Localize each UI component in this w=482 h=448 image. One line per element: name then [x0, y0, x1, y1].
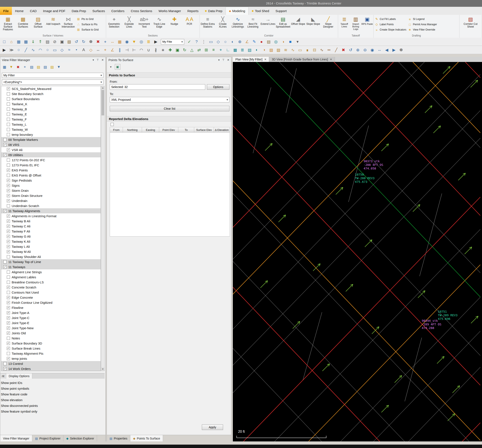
checkbox[interactable] [7, 164, 10, 167]
si-legend-button[interactable]: ≡SI Legend [408, 17, 437, 21]
surface-to-pts-button[interactable]: ∴Surface to Pts [77, 22, 99, 27]
pcr-button[interactable]: A APCR [182, 16, 197, 25]
corridor-icon[interactable]: ═ [326, 47, 332, 53]
tab-view-filter-manager[interactable]: View Filter Manager [0, 435, 32, 442]
point-icon[interactable]: • [73, 47, 80, 53]
tree-group-11-taxiway-alignments[interactable]: ✓11 Taxiway Alignments [1, 208, 101, 213]
layers-gold2-icon[interactable]: ▤ [49, 64, 55, 70]
ortho-icon[interactable]: ∟ [225, 47, 231, 53]
profile-icon[interactable]: ∿ [318, 47, 325, 53]
measure-icon[interactable]: ⌖ [102, 47, 109, 53]
dimension-icon[interactable]: ↔ [95, 47, 101, 53]
copy-icon[interactable]: ▣ [59, 39, 65, 45]
chevron-down-icon[interactable]: ▼ [225, 98, 229, 101]
column-header-to[interactable]: To [178, 127, 194, 133]
active-filter-combo[interactable]: My Filte▼ [161, 39, 184, 45]
tree-item-taxiway-g-ali[interactable]: ✓Taxiway G Ali [1, 234, 101, 239]
tree-item-vsr-ali[interactable]: ✓VSR Ali [1, 147, 101, 152]
extend-lines-button[interactable]: →Extend Lines [260, 16, 275, 25]
tree-item-taxiway-e[interactable]: Taxiway_E [1, 111, 101, 117]
checkbox[interactable]: ✓ [7, 296, 10, 299]
save-all-icon[interactable]: ▩ [23, 39, 29, 45]
break-icon[interactable]: ∦ [153, 47, 159, 53]
tree-group-11-taxiways[interactable]: ✓11 Taxiways [1, 264, 101, 269]
checkbox[interactable] [7, 92, 10, 95]
checkbox[interactable]: ✓ [7, 306, 10, 309]
from-selection-input[interactable] [110, 84, 205, 90]
arc-icon[interactable]: ◠ [37, 47, 44, 53]
scale-icon[interactable]: △ [188, 47, 195, 53]
display-option-show-disconnected-points[interactable]: Show disconnected points [0, 403, 105, 409]
tree-item-taxiway-l[interactable]: Taxiway_L [1, 122, 101, 127]
nudge-button[interactable]: ✚Nudge [167, 16, 182, 25]
select-mode-icon[interactable]: ▶ [153, 39, 159, 45]
tab-points-to-surface[interactable]: ◆Points To Surface [130, 435, 163, 442]
tree-group-08-vrs[interactable]: ✓08 VRS [1, 142, 101, 147]
checkbox[interactable] [7, 291, 10, 294]
tree-item-contours-not-used[interactable]: Contours Not Used [1, 290, 101, 295]
explode-icon[interactable]: ∗ [160, 47, 166, 53]
offset-slope-button[interactable]: ◢Offset Slope [290, 16, 306, 25]
slope-designer-button[interactable]: ╱Slope Designer [321, 16, 336, 28]
ribbon-tab-works-manager[interactable]: Works Manager [155, 7, 184, 15]
polyline-icon[interactable]: ∿ [30, 47, 37, 53]
checkbox[interactable]: ✓ [7, 225, 10, 228]
combine-surfaces-button[interactable]: ▩Combine Surfaces [16, 16, 31, 28]
create-xlines-button[interactable]: ╳Create XLines [215, 16, 230, 28]
slope-slope-button[interactable]: ◣Slope Slope [306, 16, 321, 25]
offset-icon[interactable]: ∥ [116, 47, 123, 53]
ribbon-tab-data-prep[interactable]: Data Prep [69, 7, 89, 15]
checkbox[interactable]: ✓ [7, 301, 10, 304]
tree-item-finish-contour-line-digitized[interactable]: ✓Finish Contour Line Digitized [1, 300, 101, 305]
checkbox[interactable]: ✓ [7, 240, 10, 243]
tab-selection-explorer[interactable]: ◆Selection Explorer [64, 435, 97, 442]
tree-group-13-control[interactable]: 13 Control [1, 361, 101, 366]
corridor-cut-sheet-button[interactable]: ▧Corridor Cut Sheet [460, 16, 481, 28]
layers-gold-icon[interactable]: ▤ [35, 64, 41, 70]
checkbox[interactable] [7, 123, 10, 126]
checkbox[interactable]: ✓ [7, 179, 10, 182]
checkbox[interactable] [7, 275, 10, 279]
tree-item-joint-type-new[interactable]: ✓Joint Type-New [1, 325, 101, 330]
checkbox[interactable] [7, 270, 10, 274]
tree-item-edge-concrete[interactable]: ✓Edge Concrete [1, 295, 101, 300]
tree-item-joint-type-e[interactable]: ✓Joint Type-E [1, 320, 101, 325]
layer-manager-icon[interactable]: ≣ [145, 39, 152, 45]
checkbox[interactable]: ✓ [7, 347, 10, 350]
tree-item-surface-boundary-3d[interactable]: ✓Surface Boundary 3D [1, 341, 101, 346]
checkbox[interactable]: ✓ [7, 214, 10, 218]
tree-item-surface-break-lines[interactable]: ✓Surface Break Lines [1, 346, 101, 351]
checkbox[interactable]: ✓ [7, 148, 10, 151]
column-header-surface-elev[interactable]: Surface Elev [194, 127, 214, 133]
tree-item-joints-old[interactable]: ✓Joints Old [1, 330, 101, 336]
rect-select-icon[interactable]: ▭ [208, 39, 214, 45]
free-select-icon[interactable]: ○ [222, 39, 229, 45]
checkbox[interactable]: ✓ [7, 220, 10, 223]
tree-item-notes[interactable]: Notes [1, 336, 101, 341]
filter-funnel-icon[interactable]: ▼ [131, 39, 137, 45]
geometric-selection-button[interactable]: ⌖Geometric Selection [106, 16, 122, 28]
chevron-down-icon[interactable]: ▼ [99, 81, 103, 83]
tree-item-taxiway-f-ali[interactable]: ✓Taxiway F Ali [1, 229, 101, 234]
ribbon-tab-surfaces[interactable]: Surfaces [89, 7, 108, 15]
tree-group-14-work-orders[interactable]: ✓14 Work Orders [1, 366, 101, 371]
layer-filter-icon[interactable]: ▼ [56, 64, 62, 70]
add-isopach-button[interactable]: ≋Add Isopach [46, 16, 61, 25]
checkbox[interactable]: ✓ [7, 194, 10, 197]
extract-surface-features-button[interactable]: ▦Extract Surface Features [0, 16, 16, 31]
checkbox[interactable]: ✓ [3, 209, 7, 212]
copy-object-icon[interactable]: ▣ [174, 47, 181, 53]
checkbox[interactable]: ✓ [7, 321, 10, 324]
checkbox[interactable] [7, 133, 10, 136]
checkbox[interactable] [3, 138, 7, 141]
scroll-up-icon[interactable]: ▲ [101, 86, 104, 89]
tree-item-alignment-lables[interactable]: Alignment Lables [1, 275, 101, 280]
scrollbar-thumb[interactable] [101, 90, 104, 115]
snapshot-icon[interactable]: ▣ [115, 64, 120, 70]
column-header-easting[interactable]: Easting [142, 127, 159, 133]
display-option-show-feature-symbol-only[interactable]: Show feature symbol only [0, 409, 105, 414]
checkbox[interactable]: ✓ [7, 286, 10, 289]
filter-edit-icon[interactable]: ▼ [8, 64, 14, 70]
column-header-northing[interactable]: Northing [123, 127, 142, 133]
cut-icon[interactable]: ⊘ [51, 39, 58, 45]
